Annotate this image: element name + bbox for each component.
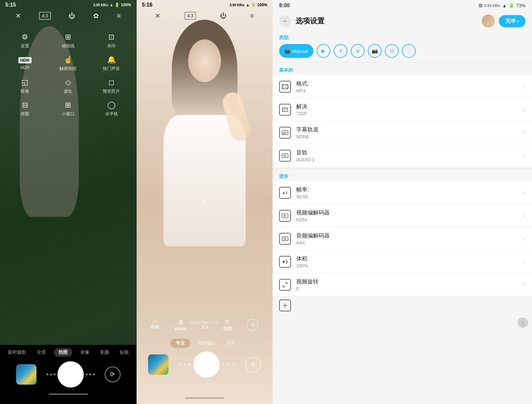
volume-item[interactable]: 体积 100% › [273,250,532,273]
back-button[interactable]: ← [279,15,291,27]
menu-collage[interactable]: ⊟ 拼图 [3,98,47,120]
settings-scroll[interactable]: 类型: 🎬 Manual ▶ f V 📷 ⊡ [273,32,532,404]
flip-icon: ⟳ [110,371,115,378]
video-codec-item[interactable]: 视频编解码器 H264 › [273,204,532,227]
format-item[interactable]: 格式: MP4 › [273,75,532,98]
type-btn-custom1[interactable]: ⊡ [385,44,399,58]
mid-gallery-thumb[interactable] [148,354,168,375]
user-avatar[interactable] [482,14,495,28]
left-time: 5:15 [5,2,16,8]
touch-icon: ☝ [64,56,73,64]
subtitle-value: NONE [296,134,520,139]
mode-panorama[interactable]: 全景 [34,348,49,357]
af-control[interactable]: ⊕ 连续 [223,318,232,332]
menu-hdr[interactable]: HDR HDR [3,52,47,75]
mid-shutter-btn[interactable] [193,351,220,378]
mode-pro[interactable]: 专业 [170,339,190,348]
mid-flash-icon[interactable]: ✕ [155,12,161,20]
temp-control[interactable]: ✿ 5000K [174,319,187,331]
flash-icon[interactable]: ✕ [15,12,21,20]
wifi-icon: ▲ [109,3,113,7]
left-menu-overlay: ⚙ 设置 ⊞ 辅助线 ⊡ 水印 HDR HDR ☝ 触屏拍照 🔔 快门声音 ◱ … [0,26,136,123]
hdr-label: HDR [20,65,30,70]
mid-menu-icon[interactable]: ≡ [250,12,254,20]
mode-photo[interactable]: 拍照 [54,348,72,357]
mode-beauty[interactable]: 美颜 [97,348,112,357]
rotation-value: 0 [296,286,520,291]
aspect-ratio-icon[interactable]: 4:3 [39,12,51,20]
left-gallery-thumb[interactable] [16,364,36,385]
menu-vignette[interactable]: ◱ 暗角 [3,75,47,98]
volume-icon [279,256,291,268]
mid-flip-btn[interactable]: ⟳ [245,357,261,372]
filter-icon[interactable]: ✿ [93,12,99,20]
facebook-icon: f [340,48,342,54]
settings-title: 选项设置 [296,16,482,26]
audio-codec-item[interactable]: 音频编解码器 AAC › [273,227,532,250]
left-status-bar: 5:15 5.09 KB/s ▲ 🔋 100% [0,0,136,10]
subtitle-item[interactable]: 字幕轨道 NONE › [273,121,532,144]
ev-control[interactable]: EV 0.0 [202,320,208,330]
reset-icon: ↺ [251,322,255,328]
svg-point-2 [283,84,283,85]
mode-mid-panorama[interactable]: 全景 [223,339,239,348]
mode-short[interactable]: 短视 [117,348,131,357]
left-shutter-dots-right [86,373,95,375]
watermark-icon: ⊡ [108,33,114,41]
mode-video[interactable]: 录像 [78,348,92,357]
horizon-label: 水平线 [105,111,118,117]
manual-label: Manual [292,48,308,54]
left-battery: 100% [121,3,131,7]
mode-timelapse[interactable]: 延时摄影 [5,348,29,357]
hdr-icon: HDR [18,57,32,63]
menu-icon[interactable]: ≡ [117,12,121,20]
rotation-text: 视频旋转 0 [296,278,520,291]
menu-shutter-sound[interactable]: 🔔 快门声音 [90,52,133,75]
menu-watermark[interactable]: ⊡ 水印 [90,30,133,52]
left-flip-btn[interactable]: ⟳ [105,367,121,382]
wb-control[interactable]: WB 自动 [151,320,159,330]
type-btn-vimeo[interactable]: V [351,44,365,58]
audio-arrow: › [523,152,525,159]
temp-value: 5000K [174,326,187,331]
mid-aspect-ratio[interactable]: 4:3 [185,12,196,20]
gridlines-icon: ⊞ [65,33,71,41]
nav-bar-line [49,393,88,395]
gridlines-label: 辅助线 [62,43,75,49]
resolution-item[interactable]: 解决 720P › [273,98,532,121]
mid-timer-icon[interactable]: ⏻ [220,12,227,20]
left-top-toolbar: ✕ 4:3 ⏻ ✿ ≡ [0,10,136,22]
menu-preview[interactable]: ◻ 预览照片 [90,75,133,98]
menu-horizon[interactable]: ◯ 水平线 [90,98,133,120]
type-buttons: 🎬 Manual ▶ f V 📷 ⊡ ♡ [279,44,525,58]
scroll-down-btn[interactable]: ↓ [518,317,528,328]
back-arrow-icon: ← [282,18,288,25]
finish-button[interactable]: 完毕 › [499,15,525,27]
svg-point-5 [287,88,287,88]
menu-settings[interactable]: ⚙ 设置 [3,30,47,52]
timer-icon[interactable]: ⏻ [69,12,75,20]
audio-item[interactable]: 音轨 AUDIO 1 › [273,144,532,167]
blur-icon: ◇ [65,78,71,87]
volume-text: 体积 100% [296,255,520,268]
type-btn-manual[interactable]: 🎬 Manual [279,44,313,58]
mode-mid-timelapse[interactable]: 延时摄影 [194,339,219,348]
reset-btn[interactable]: ↺ [247,319,258,331]
resolution-title: 解决 [296,103,520,110]
type-btn-instagram[interactable]: 📷 [368,44,382,58]
menu-pip[interactable]: ⊞ 小窗口 [47,98,90,120]
menu-touch-photo[interactable]: ☝ 触屏拍照 [47,52,90,75]
left-shutter-btn[interactable] [57,361,84,388]
framerate-item[interactable]: A 帧率: 30.00 › [273,181,532,204]
resolution-value: 720P [296,111,520,116]
type-btn-favorite[interactable]: ♡ [402,44,416,58]
rotation-item[interactable]: 视频旋转 0 › [273,273,532,296]
pip-label: 小窗口 [62,111,75,117]
menu-blur[interactable]: ◇ 虚化 [47,75,90,98]
left-mode-tabs: 延时摄影 全景 拍照 录像 美颜 短视 [0,345,136,359]
framerate-title: 帧率: [296,186,520,193]
menu-gridlines[interactable]: ⊞ 辅助线 [47,30,90,52]
ev-label: EV [203,320,208,324]
type-btn-youtube[interactable]: ▶ [317,44,330,58]
type-btn-facebook[interactable]: f [334,44,347,58]
